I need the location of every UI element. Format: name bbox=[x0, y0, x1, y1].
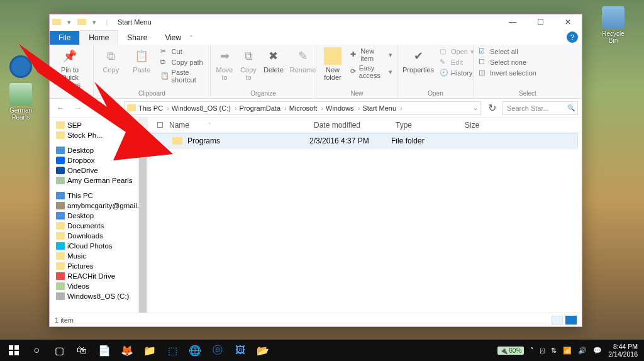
search-input[interactable]: Search Star... bbox=[502, 101, 578, 115]
qat-props-icon[interactable] bbox=[77, 18, 86, 26]
tree-item[interactable]: Downloads bbox=[56, 231, 147, 241]
crumb-this-pc[interactable]: This PC bbox=[138, 104, 169, 112]
start-button[interactable] bbox=[3, 340, 25, 361]
tray-wifi-icon[interactable]: 📶 bbox=[563, 347, 572, 355]
delete-button[interactable]: ✖Delete bbox=[264, 47, 284, 74]
tree-item[interactable]: OneDrive bbox=[56, 165, 147, 175]
column-size[interactable]: Size bbox=[460, 121, 504, 130]
qat-overflow-icon[interactable]: ▾ bbox=[90, 18, 99, 26]
task-view-button[interactable]: ▢ bbox=[48, 340, 70, 361]
rename-button[interactable]: ✎Rename bbox=[290, 47, 316, 74]
tab-share[interactable]: Share bbox=[118, 31, 156, 45]
tray-shield-icon[interactable]: ⍓ bbox=[540, 347, 545, 354]
breadcrumb-dropdown-icon[interactable]: ⌄ bbox=[473, 104, 478, 111]
qat-down-icon[interactable]: ▾ bbox=[65, 18, 74, 26]
column-type[interactable]: Type bbox=[391, 121, 460, 130]
crumb-start-menu[interactable]: Start Menu bbox=[362, 104, 402, 112]
tab-view[interactable]: View bbox=[156, 31, 190, 45]
tab-file[interactable]: File bbox=[50, 31, 79, 45]
tab-home[interactable]: Home bbox=[79, 30, 118, 45]
column-date[interactable]: Date modified bbox=[309, 121, 391, 130]
column-checkbox[interactable]: ☐ bbox=[152, 121, 164, 130]
copy-path-button[interactable]: ⧉Copy path bbox=[160, 58, 205, 67]
nav-forward-button[interactable]: → bbox=[71, 101, 85, 115]
quick-access-toolbar: ▾ ▾ | bbox=[52, 18, 111, 26]
nav-up-button[interactable]: ↑ bbox=[106, 101, 120, 115]
tree-item[interactable]: Stock Ph... bbox=[56, 130, 147, 140]
tree-item[interactable]: Videos bbox=[56, 281, 147, 291]
maximize-button[interactable]: ☐ bbox=[526, 14, 554, 30]
group-clipboard-label: Clipboard bbox=[99, 90, 205, 97]
move-to-button[interactable]: ➡Move to bbox=[216, 47, 233, 81]
view-thumbnails-button[interactable] bbox=[552, 316, 563, 325]
tree-item[interactable]: iCloud Photos bbox=[56, 241, 147, 251]
cortana-button[interactable]: ○ bbox=[25, 340, 48, 361]
minimize-button[interactable]: — bbox=[499, 14, 526, 30]
close-button[interactable]: ✕ bbox=[554, 14, 582, 30]
edit-icon: ✎ bbox=[440, 58, 448, 67]
easy-access-button[interactable]: ⟳Easy access▾ bbox=[350, 64, 392, 79]
tray-overflow-icon[interactable]: ˄ bbox=[530, 347, 534, 355]
column-name[interactable]: Name˄ bbox=[164, 121, 309, 130]
taskbar-app-1[interactable]: 🛍 bbox=[70, 340, 93, 361]
taskbar-chrome[interactable]: 🌐 bbox=[184, 340, 206, 361]
tree-item[interactable]: This PC bbox=[56, 191, 147, 201]
help-button[interactable]: ? bbox=[567, 31, 578, 43]
crumb-programdata[interactable]: ProgramData bbox=[240, 104, 287, 112]
paste-button[interactable]: 📋Paste bbox=[130, 47, 154, 74]
tree-item[interactable]: Windows8_OS (C:) bbox=[56, 291, 147, 301]
edit-button[interactable]: ✎Edit bbox=[440, 58, 474, 67]
copy-button[interactable]: ⧉Copy bbox=[99, 47, 123, 74]
tree-item[interactable]: Desktop bbox=[56, 145, 147, 155]
tree-item[interactable]: Pictures bbox=[56, 261, 147, 271]
history-button[interactable]: 🕘History bbox=[440, 69, 474, 77]
tree-item[interactable]: Documents bbox=[56, 221, 147, 231]
pin-quick-access-button[interactable]: 📌 Pin to Quick access bbox=[55, 47, 85, 89]
invert-selection-button[interactable]: ◫Invert selection bbox=[479, 69, 536, 77]
taskbar-app-4[interactable]: 📁 bbox=[138, 340, 161, 361]
tree-scroll-handle[interactable] bbox=[139, 153, 147, 313]
cut-button[interactable]: ✂Cut bbox=[160, 47, 205, 56]
tree-item[interactable]: Music bbox=[56, 251, 147, 261]
taskbar-app-2[interactable]: 📄 bbox=[93, 340, 116, 361]
tray-network-icon[interactable]: ⇅ bbox=[551, 347, 557, 355]
tree-item-label: Downloads bbox=[67, 232, 103, 240]
new-folder-button[interactable]: New folder bbox=[321, 47, 344, 81]
tree-item[interactable]: Desktop bbox=[56, 211, 147, 221]
taskbar-firefox[interactable]: 🦊 bbox=[116, 340, 138, 361]
crumb-microsoft[interactable]: Microsoft bbox=[289, 104, 323, 112]
taskbar-edge[interactable]: ⓔ bbox=[206, 340, 229, 361]
tray-clock[interactable]: 8:44 PM 2/14/2016 bbox=[608, 343, 638, 358]
status-bar: 1 item bbox=[50, 313, 582, 326]
desktop-icon-recycle-bin[interactable]: Recycle Bin bbox=[599, 6, 628, 44]
copy-to-button[interactable]: ⧉Copy to bbox=[240, 47, 257, 81]
refresh-button[interactable]: ↻ bbox=[485, 102, 499, 114]
tree-item[interactable]: Dropbox bbox=[56, 155, 147, 165]
crumb-drive[interactable]: Windows8_OS (C:) bbox=[172, 104, 237, 112]
nav-recent-button[interactable]: ▾ bbox=[89, 101, 103, 115]
table-row[interactable]: Programs 2/3/2016 4:37 PM File folder bbox=[148, 133, 578, 148]
nav-back-button[interactable]: ← bbox=[53, 101, 67, 115]
tree-item[interactable]: SEP bbox=[56, 120, 147, 130]
properties-button[interactable]: ✔Properties bbox=[403, 47, 433, 74]
desktop-icon-german-pearls[interactable]: German Pearls bbox=[6, 83, 35, 121]
taskbar-app-8[interactable]: 🖼 bbox=[229, 340, 252, 361]
qat-folder-icon[interactable] bbox=[52, 18, 61, 26]
tray-action-center-icon[interactable]: 💬 bbox=[593, 347, 602, 355]
tray-battery[interactable]: 🔌60% bbox=[497, 347, 524, 355]
taskbar-app-5[interactable]: ⬚ bbox=[161, 340, 184, 361]
breadcrumb[interactable]: This PC Windows8_OS (C:) ProgramData Mic… bbox=[124, 101, 481, 115]
crumb-windows[interactable]: Windows bbox=[326, 104, 360, 112]
taskbar-explorer[interactable]: 📂 bbox=[252, 340, 274, 361]
view-details-button[interactable] bbox=[565, 316, 577, 325]
paste-shortcut-button[interactable]: 📋Paste shortcut bbox=[160, 69, 205, 84]
collapse-ribbon-icon[interactable]: ˆ bbox=[190, 35, 192, 42]
tree-item[interactable]: Amy German Pearls bbox=[56, 175, 147, 186]
new-item-button[interactable]: ✚New item▾ bbox=[350, 47, 392, 62]
tree-item[interactable]: amybmcgarity@gmail.com bbox=[56, 201, 147, 211]
tray-volume-icon[interactable]: 🔊 bbox=[578, 347, 587, 355]
tree-item[interactable]: REACHit Drive bbox=[56, 271, 147, 281]
open-button[interactable]: ▢Open▾ bbox=[440, 47, 474, 56]
select-all-button[interactable]: ☑Select all bbox=[479, 47, 536, 56]
select-none-button[interactable]: ☐Select none bbox=[479, 58, 536, 67]
